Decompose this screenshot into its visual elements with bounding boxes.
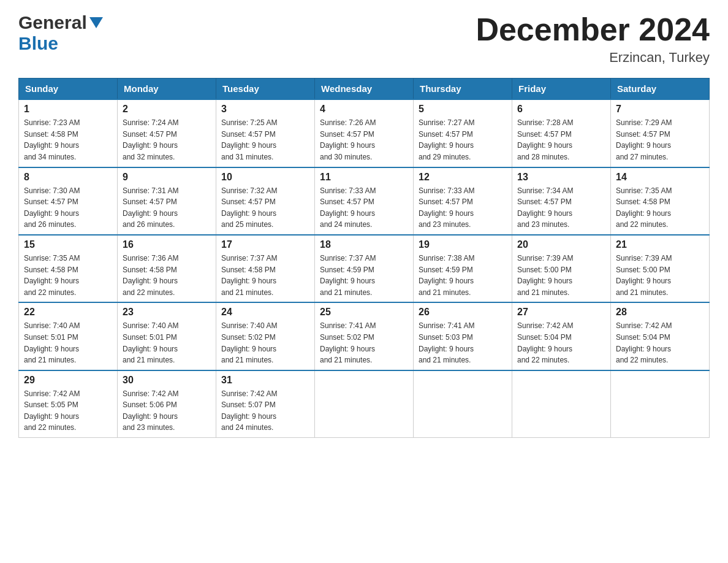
day-number: 2: [123, 104, 211, 115]
daylight-label: Daylight: 9 hours: [517, 345, 572, 353]
calendar-cell: [512, 370, 611, 438]
sunset-label: Sunset: 4:58 PM: [24, 130, 78, 139]
day-number: 9: [123, 172, 211, 183]
sunset-label: Sunset: 4:58 PM: [24, 266, 78, 274]
day-number: 21: [616, 239, 704, 250]
calendar-cell: [611, 370, 710, 438]
daylight-label: Daylight: 9 hours: [616, 209, 671, 218]
daylight-label: Daylight: 9 hours: [320, 345, 375, 353]
daylight-minutes: and 32 minutes.: [123, 153, 175, 161]
sunset-label: Sunset: 5:01 PM: [24, 333, 78, 342]
day-number: 31: [221, 375, 309, 386]
day-number: 20: [517, 239, 605, 250]
day-info: Sunrise: 7:39 AM Sunset: 5:00 PM Dayligh…: [517, 253, 605, 298]
sunrise-label: Sunrise: 7:39 AM: [616, 254, 672, 262]
day-info: Sunrise: 7:42 AM Sunset: 5:04 PM Dayligh…: [517, 320, 605, 366]
sunrise-label: Sunrise: 7:24 AM: [123, 118, 178, 127]
calendar-cell: 2 Sunrise: 7:24 AM Sunset: 4:57 PM Dayli…: [118, 99, 216, 167]
daylight-label: Daylight: 9 hours: [616, 277, 671, 285]
sunrise-label: Sunrise: 7:36 AM: [123, 254, 178, 262]
daylight-minutes: and 23 minutes.: [517, 220, 569, 229]
day-info: Sunrise: 7:41 AM Sunset: 5:02 PM Dayligh…: [320, 320, 408, 366]
calendar-cell: 21 Sunrise: 7:39 AM Sunset: 5:00 PM Dayl…: [611, 235, 710, 302]
col-tuesday: Tuesday: [216, 79, 315, 100]
sunrise-label: Sunrise: 7:32 AM: [221, 186, 277, 195]
daylight-label: Daylight: 9 hours: [616, 141, 671, 150]
daylight-minutes: and 31 minutes.: [221, 153, 273, 161]
sunset-label: Sunset: 5:04 PM: [517, 333, 572, 342]
sunset-label: Sunset: 5:06 PM: [123, 400, 177, 409]
col-sunday: Sunday: [19, 79, 118, 100]
sunrise-label: Sunrise: 7:41 AM: [320, 321, 376, 330]
day-info: Sunrise: 7:34 AM Sunset: 4:57 PM Dayligh…: [517, 185, 605, 231]
calendar-title: December 2024: [476, 12, 710, 47]
calendar-week-row: 1 Sunrise: 7:23 AM Sunset: 4:58 PM Dayli…: [19, 99, 710, 167]
daylight-label: Daylight: 9 hours: [221, 412, 276, 421]
sunset-label: Sunset: 4:58 PM: [616, 197, 670, 206]
sunset-label: Sunset: 4:57 PM: [24, 197, 78, 206]
day-info: Sunrise: 7:33 AM Sunset: 4:57 PM Dayligh…: [419, 185, 507, 231]
sunset-label: Sunset: 4:57 PM: [123, 130, 177, 139]
daylight-label: Daylight: 9 hours: [320, 209, 375, 218]
day-number: 18: [320, 239, 408, 250]
logo-blue-text: Blue: [18, 33, 58, 53]
day-info: Sunrise: 7:23 AM Sunset: 4:58 PM Dayligh…: [24, 117, 112, 163]
sunrise-label: Sunrise: 7:38 AM: [419, 254, 474, 262]
calendar-cell: 9 Sunrise: 7:31 AM Sunset: 4:57 PM Dayli…: [118, 167, 216, 235]
day-number: 29: [24, 375, 112, 386]
col-monday: Monday: [118, 79, 216, 100]
calendar-cell: 18 Sunrise: 7:37 AM Sunset: 4:59 PM Dayl…: [315, 235, 414, 302]
daylight-label: Daylight: 9 hours: [419, 209, 474, 218]
sunrise-label: Sunrise: 7:42 AM: [123, 389, 178, 398]
sunrise-label: Sunrise: 7:27 AM: [419, 118, 474, 127]
sunset-label: Sunset: 5:01 PM: [123, 333, 177, 342]
day-number: 24: [221, 307, 309, 318]
calendar-cell: 11 Sunrise: 7:33 AM Sunset: 4:57 PM Dayl…: [315, 167, 414, 235]
daylight-minutes: and 24 minutes.: [221, 423, 273, 432]
calendar-cell: 31 Sunrise: 7:42 AM Sunset: 5:07 PM Dayl…: [216, 370, 315, 438]
day-number: 17: [221, 239, 309, 250]
calendar-cell: 23 Sunrise: 7:40 AM Sunset: 5:01 PM Dayl…: [118, 302, 216, 370]
sunset-label: Sunset: 4:57 PM: [320, 197, 374, 206]
calendar-cell: 29 Sunrise: 7:42 AM Sunset: 5:05 PM Dayl…: [19, 370, 118, 438]
daylight-minutes: and 22 minutes.: [24, 423, 76, 432]
daylight-minutes: and 21 minutes.: [221, 288, 273, 297]
calendar-header-row: Sunday Monday Tuesday Wednesday Thursday…: [19, 79, 710, 100]
sunrise-label: Sunrise: 7:25 AM: [221, 118, 277, 127]
day-number: 10: [221, 172, 309, 183]
calendar-cell: 30 Sunrise: 7:42 AM Sunset: 5:06 PM Dayl…: [118, 370, 216, 438]
calendar-week-row: 8 Sunrise: 7:30 AM Sunset: 4:57 PM Dayli…: [19, 167, 710, 235]
calendar-subtitle: Erzincan, Turkey: [476, 50, 710, 66]
logo: General Blue: [18, 12, 103, 54]
sunset-label: Sunset: 4:57 PM: [517, 130, 572, 139]
daylight-label: Daylight: 9 hours: [123, 412, 178, 421]
day-info: Sunrise: 7:42 AM Sunset: 5:05 PM Dayligh…: [24, 388, 112, 434]
calendar-cell: 19 Sunrise: 7:38 AM Sunset: 4:59 PM Dayl…: [414, 235, 512, 302]
daylight-minutes: and 21 minutes.: [221, 356, 273, 364]
sunset-label: Sunset: 5:00 PM: [616, 266, 670, 274]
daylight-minutes: and 21 minutes.: [419, 356, 471, 364]
daylight-label: Daylight: 9 hours: [221, 277, 276, 285]
calendar-cell: 24 Sunrise: 7:40 AM Sunset: 5:02 PM Dayl…: [216, 302, 315, 370]
sunset-label: Sunset: 4:57 PM: [517, 197, 572, 206]
calendar-title-section: December 2024 Erzincan, Turkey: [476, 12, 710, 66]
sunrise-label: Sunrise: 7:37 AM: [320, 254, 376, 262]
sunset-label: Sunset: 5:00 PM: [517, 266, 572, 274]
day-number: 22: [24, 307, 112, 318]
day-number: 12: [419, 172, 507, 183]
sunset-label: Sunset: 4:58 PM: [123, 266, 177, 274]
daylight-minutes: and 21 minutes.: [123, 356, 175, 364]
day-info: Sunrise: 7:41 AM Sunset: 5:03 PM Dayligh…: [419, 320, 507, 366]
day-number: 19: [419, 239, 507, 250]
day-number: 11: [320, 172, 408, 183]
sunrise-label: Sunrise: 7:26 AM: [320, 118, 376, 127]
daylight-minutes: and 22 minutes.: [616, 220, 668, 229]
daylight-minutes: and 26 minutes.: [123, 220, 175, 229]
daylight-label: Daylight: 9 hours: [123, 141, 178, 150]
day-number: 8: [24, 172, 112, 183]
calendar-cell: [315, 370, 414, 438]
daylight-label: Daylight: 9 hours: [123, 277, 178, 285]
calendar-cell: 26 Sunrise: 7:41 AM Sunset: 5:03 PM Dayl…: [414, 302, 512, 370]
daylight-label: Daylight: 9 hours: [419, 277, 474, 285]
day-info: Sunrise: 7:37 AM Sunset: 4:58 PM Dayligh…: [221, 253, 309, 298]
